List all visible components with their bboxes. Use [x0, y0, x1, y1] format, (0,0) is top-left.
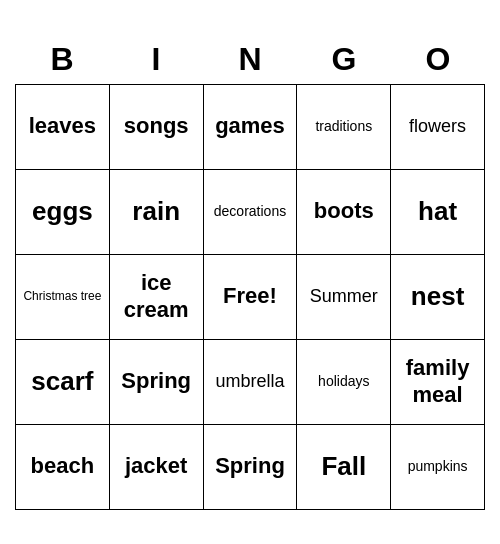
cell-text: family meal — [395, 355, 480, 408]
cell-text: holidays — [318, 373, 369, 390]
cell-r0-c0: leaves — [16, 85, 110, 170]
header-letter: N — [203, 35, 297, 84]
cell-text: leaves — [29, 113, 96, 139]
cell-text: hat — [418, 196, 457, 227]
header-letter: G — [297, 35, 391, 84]
cell-r4-c3: Fall — [297, 425, 391, 510]
cell-r1-c1: rain — [110, 170, 204, 255]
cell-text: ice cream — [114, 270, 199, 323]
bingo-card: BINGO leavessongsgamestraditionsflowerse… — [15, 35, 485, 510]
header-letter: B — [15, 35, 109, 84]
cell-r3-c4: family meal — [391, 340, 485, 425]
cell-text: nest — [411, 281, 464, 312]
cell-text: traditions — [315, 118, 372, 135]
cell-text: Spring — [121, 368, 191, 394]
cell-r0-c1: songs — [110, 85, 204, 170]
cell-r0-c4: flowers — [391, 85, 485, 170]
cell-text: Spring — [215, 453, 285, 479]
cell-r3-c3: holidays — [297, 340, 391, 425]
cell-r1-c3: boots — [297, 170, 391, 255]
cell-text: songs — [124, 113, 189, 139]
cell-r4-c4: pumpkins — [391, 425, 485, 510]
header-letter: O — [391, 35, 485, 84]
header-letter: I — [109, 35, 203, 84]
cell-r2-c4: nest — [391, 255, 485, 340]
cell-text: Fall — [321, 451, 366, 482]
cell-text: rain — [132, 196, 180, 227]
cell-r2-c1: ice cream — [110, 255, 204, 340]
cell-text: games — [215, 113, 285, 139]
cell-text: Free! — [223, 283, 277, 309]
cell-text: umbrella — [215, 371, 284, 393]
cell-r4-c1: jacket — [110, 425, 204, 510]
cell-r1-c4: hat — [391, 170, 485, 255]
cell-r2-c2: Free! — [204, 255, 298, 340]
cell-text: pumpkins — [408, 458, 468, 475]
cell-r1-c0: eggs — [16, 170, 110, 255]
cell-r3-c0: scarf — [16, 340, 110, 425]
cell-text: decorations — [214, 203, 286, 220]
bingo-header: BINGO — [15, 35, 485, 84]
cell-text: boots — [314, 198, 374, 224]
cell-text: scarf — [31, 366, 93, 397]
cell-r4-c0: beach — [16, 425, 110, 510]
cell-text: Summer — [310, 286, 378, 308]
cell-text: Christmas tree — [23, 289, 101, 303]
cell-r4-c2: Spring — [204, 425, 298, 510]
bingo-grid: leavessongsgamestraditionsflowerseggsrai… — [15, 84, 485, 510]
cell-r0-c2: games — [204, 85, 298, 170]
cell-text: beach — [31, 453, 95, 479]
cell-r2-c0: Christmas tree — [16, 255, 110, 340]
cell-r3-c1: Spring — [110, 340, 204, 425]
cell-r1-c2: decorations — [204, 170, 298, 255]
cell-text: flowers — [409, 116, 466, 138]
cell-text: eggs — [32, 196, 93, 227]
cell-r2-c3: Summer — [297, 255, 391, 340]
cell-text: jacket — [125, 453, 187, 479]
cell-r0-c3: traditions — [297, 85, 391, 170]
cell-r3-c2: umbrella — [204, 340, 298, 425]
